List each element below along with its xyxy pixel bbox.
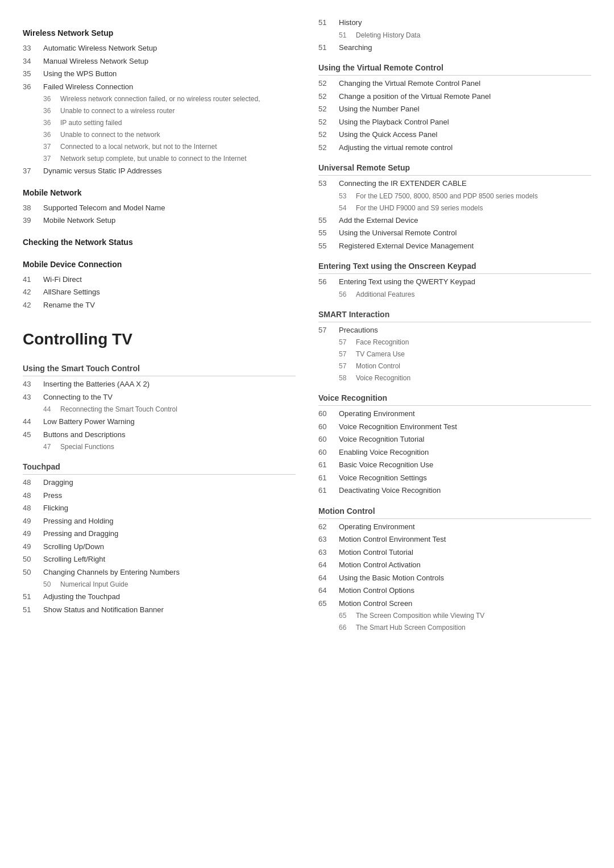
toc-num: 57 — [339, 337, 356, 347]
toc-num: 63 — [318, 534, 339, 545]
toc-item: 51Adjusting the Touchpad — [23, 591, 296, 603]
toc-num: 65 — [339, 610, 356, 621]
toc-item-indented: 47Special Functions — [23, 442, 296, 452]
toc-num: 51 — [339, 30, 356, 40]
toc-num: 42 — [23, 300, 43, 311]
toc-item-indented: 65The Screen Composition while Viewing T… — [318, 610, 591, 621]
toc-item: 33Automatic Wireless Network Setup — [23, 43, 296, 54]
toc-item: 49Pressing and Holding — [23, 516, 296, 527]
toc-item: 64Motion Control Activation — [318, 559, 591, 571]
toc-item-indented: 56Additional Features — [318, 289, 591, 300]
toc-item: 63Motion Control Environment Test — [318, 534, 591, 545]
toc-num: 34 — [23, 56, 43, 67]
sub-heading: Voice Recognition — [318, 392, 591, 406]
toc-label: Adjusting the virtual remote control — [339, 142, 453, 153]
toc-label: Precautions — [339, 325, 378, 336]
sub-heading: Motion Control — [318, 505, 591, 519]
toc-item: 60Voice Recognition Tutorial — [318, 434, 591, 445]
toc-num: 39 — [23, 215, 43, 226]
toc-item-indented: 51Deleting History Data — [318, 30, 591, 40]
toc-num: 52 — [318, 129, 339, 140]
toc-num: 55 — [318, 240, 339, 252]
toc-label: Pressing and Holding — [43, 516, 114, 527]
toc-label: Entering Text using the QWERTY Keypad — [339, 276, 475, 288]
toc-num: 58 — [339, 373, 356, 383]
toc-label: Deactivating Voice Recognition — [339, 485, 441, 496]
toc-label: Network setup complete, but unable to co… — [60, 153, 247, 164]
toc-label: Flicking — [43, 502, 68, 514]
toc-item: 45Buttons and Descriptions — [23, 429, 296, 441]
toc-label: Voice Recognition Tutorial — [339, 434, 424, 445]
toc-num: 44 — [43, 404, 60, 414]
toc-label: Changing the Virtual Remote Control Pane… — [339, 78, 480, 89]
toc-item-indented: 53For the LED 7500, 8000, 8500 and PDP 8… — [318, 191, 591, 201]
toc-label: Motion Control Activation — [339, 559, 421, 571]
toc-num: 53 — [318, 178, 339, 189]
toc-item: 37Dynamic versus Static IP Addresses — [23, 165, 296, 177]
toc-item: 41Wi-Fi Direct — [23, 274, 296, 285]
toc-label: Voice Recognition Environment Test — [339, 421, 457, 433]
toc-num: 48 — [23, 477, 43, 488]
toc-num: 38 — [23, 202, 43, 214]
toc-num: 51 — [23, 591, 43, 603]
toc-num: 51 — [23, 604, 43, 616]
toc-num: 48 — [23, 502, 43, 514]
toc-num: 36 — [43, 94, 60, 104]
toc-label: Motion Control Screen — [339, 598, 412, 609]
toc-item: 61Basic Voice Recognition Use — [318, 459, 591, 471]
toc-num: 64 — [318, 559, 339, 571]
section-heading: Mobile Device Connection — [23, 259, 296, 271]
toc-label: Motion Control Tutorial — [339, 547, 413, 558]
sub-heading: Entering Text using the Onscreen Keypad — [318, 260, 591, 274]
sub-heading: Universal Remote Setup — [318, 162, 591, 176]
toc-item: 43Connecting to the TV — [23, 392, 296, 403]
toc-item: 44Low Battery Power Warning — [23, 416, 296, 427]
toc-num: 60 — [318, 434, 339, 445]
toc-item: 48Flicking — [23, 502, 296, 514]
toc-item: 64Motion Control Options — [318, 585, 591, 596]
toc-item: 36Failed Wireless Connection — [23, 81, 296, 93]
toc-num: 60 — [318, 421, 339, 433]
toc-num: 35 — [23, 68, 43, 80]
toc-num: 49 — [23, 541, 43, 553]
toc-label: Rename the TV — [43, 300, 95, 311]
toc-num: 36 — [43, 106, 60, 116]
toc-item: 48Press — [23, 490, 296, 501]
toc-label: Show Status and Notification Banner — [43, 604, 164, 616]
toc-label: Press — [43, 490, 62, 501]
toc-num: 52 — [318, 103, 339, 115]
toc-num: 54 — [339, 203, 356, 213]
toc-num: 37 — [23, 165, 43, 177]
toc-label: For the LED 7500, 8000, 8500 and PDP 850… — [356, 191, 538, 201]
toc-label: Manual Wireless Network Setup — [43, 56, 148, 67]
toc-label: Supported Telecom and Model Name — [43, 202, 165, 214]
toc-label: Change a position of the Virtual Remote … — [339, 91, 491, 102]
toc-item-indented: 36Unable to connect to the network — [23, 130, 296, 140]
toc-label: Wireless network connection failed, or n… — [60, 94, 260, 104]
toc-num: 60 — [318, 408, 339, 420]
right-column: 51History51Deleting History Data51Search… — [318, 17, 591, 634]
toc-label: Using the WPS Button — [43, 68, 117, 80]
section-heading: Checking the Network Status — [23, 236, 296, 248]
toc-num: 41 — [23, 274, 43, 285]
toc-item-indented: 50Numerical Input Guide — [23, 579, 296, 589]
toc-item: 52Adjusting the virtual remote control — [318, 142, 591, 153]
toc-item-indented: 44Reconnecting the Smart Touch Control — [23, 404, 296, 414]
toc-num: 36 — [23, 81, 43, 93]
toc-label: Deleting History Data — [356, 30, 420, 40]
toc-label: Basic Voice Recognition Use — [339, 459, 433, 471]
toc-num: 50 — [23, 554, 43, 565]
section-heading: Mobile Network — [23, 187, 296, 199]
toc-label: Connected to a local network, but not to… — [60, 142, 217, 152]
toc-label: Wi-Fi Direct — [43, 274, 82, 285]
toc-item: 43Inserting the Batteries (AAA X 2) — [23, 379, 296, 390]
toc-label: Connecting to the TV — [43, 392, 113, 403]
toc-label: The Smart Hub Screen Composition — [356, 622, 466, 633]
toc-item: 65Motion Control Screen — [318, 598, 591, 609]
toc-item: 49Scrolling Up/Down — [23, 541, 296, 553]
toc-item: 62Operating Environment — [318, 521, 591, 533]
toc-num: 61 — [318, 472, 339, 484]
toc-label: Motion Control — [356, 361, 400, 371]
toc-item: 61Voice Recognition Settings — [318, 472, 591, 484]
toc-item: 49Pressing and Dragging — [23, 528, 296, 539]
